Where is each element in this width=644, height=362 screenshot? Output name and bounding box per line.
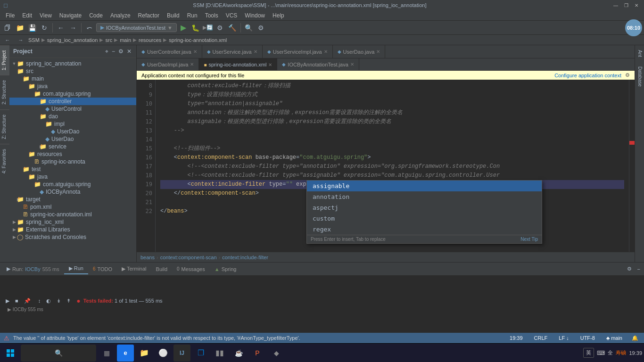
tab-spring[interactable]: ▲ Spring <box>210 264 241 274</box>
search-button[interactable]: 🔍 <box>243 22 255 33</box>
menu-refactor[interactable]: Refactor <box>134 11 163 20</box>
tab-todo[interactable]: 6 TODO <box>88 264 117 274</box>
taskbar-chrome[interactable]: ⚪ <box>155 345 172 362</box>
tree-item-target[interactable]: ▶ 📁 target <box>9 196 136 203</box>
tab-userdaoimpl[interactable]: ◆ UserDaoImpl.java ✕ <box>137 58 199 71</box>
tree-item-service[interactable]: ▶ 📁 service <box>9 143 136 150</box>
nav-breadcrumb-ssm[interactable]: SSM <box>28 37 40 43</box>
tree-item-pom.xml[interactable]: 🖹 pom.xml <box>9 203 136 211</box>
tree-item-impl[interactable]: ▼ 📁 impl <box>9 120 136 128</box>
run-button[interactable]: ▶ <box>178 22 189 33</box>
menu-analyze[interactable]: Analyze <box>107 11 134 20</box>
profile-button[interactable]: ⚙ <box>215 22 226 33</box>
editor-content[interactable]: 8 9 10 11 12 13 14 15 16 17 18 19 20 21 … <box>137 80 635 262</box>
tab-ant[interactable]: Ant <box>635 45 644 62</box>
tree-item-iocbyannota[interactable]: ◆ IOCByAnnota <box>9 188 136 196</box>
run-tab-label[interactable]: Run: <box>12 266 23 272</box>
tab-close-btn[interactable]: ✕ <box>254 49 257 54</box>
taskbar-vscode[interactable]: ❐ <box>192 345 209 362</box>
ac-item-regex[interactable]: regex <box>307 224 542 235</box>
sidebar-settings-button[interactable]: ⚙ <box>117 47 124 56</box>
tree-item-test[interactable]: ▼ 📁 test <box>9 165 136 173</box>
ac-item-aspectj[interactable]: aspectj <box>307 202 542 213</box>
tab-favorites[interactable]: 4: Favorites <box>0 144 9 178</box>
nav-breadcrumb-main[interactable]: main <box>120 37 131 43</box>
tab-userdao[interactable]: ◆ UserDao.java ✕ <box>333 45 386 58</box>
tab-z-structure[interactable]: Z: Structure <box>0 109 9 144</box>
tab-build[interactable]: Build <box>151 264 172 274</box>
tab-terminal[interactable]: ▶ Terminal <box>117 264 151 274</box>
tab-close-btn[interactable]: ✕ <box>193 49 197 54</box>
coverage-button[interactable]: ▶🔄 <box>202 22 214 33</box>
tree-item-spring-ioc-annotation.iml[interactable]: 🖹 spring-ioc-annotation.iml <box>9 211 136 218</box>
close-button[interactable]: ✕ <box>633 1 640 9</box>
settings-button[interactable]: ⚙ <box>256 22 267 33</box>
input-method[interactable]: 英 <box>583 348 594 358</box>
tree-item-main[interactable]: ▼ 📁 main <box>9 75 136 82</box>
tab-close-btn[interactable]: ✕ <box>190 62 194 67</box>
expand-btn[interactable]: ↡ <box>55 297 63 305</box>
undo-button[interactable]: ⤺ <box>84 22 95 33</box>
menu-window[interactable]: Window <box>241 11 269 20</box>
pin-btn[interactable]: 📌 <box>22 297 33 305</box>
save-all-button[interactable]: 💾 <box>26 22 38 33</box>
back-button[interactable]: ← <box>55 22 66 33</box>
taskbar-java[interactable]: ☕ <box>230 345 247 362</box>
sync-button[interactable]: ↻ <box>39 22 50 33</box>
tab-spring-xml[interactable]: ■ spring-ioc-annotation.xml ✕ <box>199 58 277 71</box>
tab-close-btn[interactable]: ✕ <box>376 49 380 54</box>
run-config-selector[interactable]: ▶ IOCByAnnotationTest.test ▼ <box>96 23 177 32</box>
tab-run[interactable]: ▶ Run <box>64 263 88 274</box>
ac-item-custom[interactable]: custom <box>307 213 542 224</box>
tab-close-btn[interactable]: ✕ <box>350 62 354 67</box>
status-utf8[interactable]: UTF-8 <box>577 335 599 341</box>
tree-item-src[interactable]: ▼ 📁 src <box>9 67 136 75</box>
bc-component-scan[interactable]: context:component-scan <box>160 255 217 260</box>
bc-beans[interactable]: beans <box>140 255 155 260</box>
menu-file[interactable]: File <box>2 11 18 20</box>
nav-breadcrumb-annotation[interactable]: spring_ioc_annotation <box>47 37 98 43</box>
open-button[interactable]: 📁 <box>14 22 25 33</box>
tab-userservice[interactable]: ◆ UserService.java ✕ <box>202 45 263 58</box>
ac-item-annotation[interactable]: annotation <box>307 191 542 202</box>
configure-link[interactable]: Configure application context <box>554 73 621 78</box>
status-position[interactable]: 19:39 <box>506 335 527 341</box>
tab-database[interactable]: Database <box>635 62 644 91</box>
status-git[interactable]: ♣ main <box>603 335 626 341</box>
nav-forward-button[interactable]: → <box>15 34 26 46</box>
tree-item-java[interactable]: ▼ 📁 java <box>9 173 136 181</box>
nav-back-button[interactable]: ← <box>2 34 13 46</box>
tab-ioctest[interactable]: ◆ IOCByAnnotationTest.java ✕ <box>277 58 359 71</box>
menu-build[interactable]: Build <box>163 11 183 20</box>
start-button[interactable] <box>2 345 19 362</box>
restart-btn[interactable]: ▶ <box>4 297 11 305</box>
menu-view[interactable]: View <box>36 11 56 20</box>
nav-breadcrumb-src[interactable]: src <box>105 37 112 43</box>
filter-btn[interactable]: ◐ <box>44 297 53 305</box>
new-file-button[interactable]: 🗍 <box>2 22 13 33</box>
collapse-btn[interactable]: ↟ <box>65 297 73 305</box>
tree-item-scratches-and-consoles[interactable]: ▶ ◯ Scratches and Consoles <box>9 233 136 241</box>
nav-breadcrumb-resources[interactable]: resources <box>139 37 161 43</box>
build-button[interactable]: 🔨 <box>227 22 238 33</box>
taskbar-postman[interactable]: P <box>249 345 266 362</box>
menu-tools[interactable]: Tools <box>201 11 222 20</box>
tree-item-spring_ioc_xml[interactable]: ▶ 📁 spring_ioc_xml <box>9 218 136 226</box>
taskbar-extra[interactable]: ◆ <box>268 345 285 362</box>
status-notifications[interactable]: 🔔 <box>630 335 640 341</box>
taskbar-terminal[interactable]: ▮▮ <box>211 345 228 362</box>
sidebar-collapse-button[interactable]: − <box>111 47 116 56</box>
tab-userserviceimpl[interactable]: ◆ UserServiceImpl.java ✕ <box>263 45 333 58</box>
tree-item-dao[interactable]: ▼ 📁 dao <box>9 113 136 120</box>
tab-usercontroller[interactable]: ◆ UserController.java ✕ <box>137 45 202 58</box>
tree-item-userdao[interactable]: ◆ UserDao <box>9 135 136 143</box>
bc-include-filter[interactable]: context:include-filter <box>222 255 268 260</box>
tree-item-spring_ioc_annotation[interactable]: ▼ 📁 spring_ioc_annotation <box>9 60 136 67</box>
tree-item-spring-ioc-annota[interactable]: 🖹 spring-ioc-annota <box>9 158 136 165</box>
sidebar-locate-button[interactable]: ⌖ <box>104 47 109 56</box>
taskbar-idea[interactable]: IJ <box>173 345 190 362</box>
sort-btn[interactable]: ↕ <box>36 297 43 304</box>
tree-item-com.atguigu.spring[interactable]: ▼ 📁 com.atguigu.spring <box>9 181 136 188</box>
settings-gear-icon[interactable]: ⚙ <box>625 72 630 78</box>
tab-close-btn[interactable]: ✕ <box>324 49 328 54</box>
